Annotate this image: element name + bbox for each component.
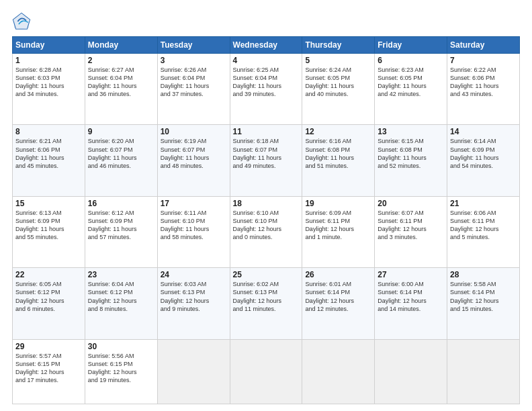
day-info: Sunrise: 6:10 AM Sunset: 6:10 PM Dayligh… (233, 209, 300, 242)
calendar-cell: 10Sunrise: 6:19 AM Sunset: 6:07 PM Dayli… (157, 125, 230, 196)
day-number: 2 (88, 56, 154, 65)
calendar-cell: 17Sunrise: 6:11 AM Sunset: 6:10 PM Dayli… (157, 196, 230, 267)
calendar-cell: 28Sunrise: 5:58 AM Sunset: 6:14 PM Dayli… (447, 268, 520, 339)
day-number: 20 (378, 199, 444, 208)
calendar-cell: 12Sunrise: 6:16 AM Sunset: 6:08 PM Dayli… (302, 125, 375, 196)
day-info: Sunrise: 6:14 AM Sunset: 6:09 PM Dayligh… (450, 137, 517, 170)
day-info: Sunrise: 6:04 AM Sunset: 6:12 PM Dayligh… (88, 280, 154, 313)
day-info: Sunrise: 5:57 AM Sunset: 6:15 PM Dayligh… (15, 352, 82, 385)
week-row-2: 15Sunrise: 6:13 AM Sunset: 6:09 PM Dayli… (13, 196, 520, 267)
logo (12, 12, 34, 31)
calendar-cell (302, 339, 375, 404)
calendar-cell (230, 339, 302, 404)
day-info: Sunrise: 6:11 AM Sunset: 6:10 PM Dayligh… (161, 209, 227, 242)
calendar-cell: 8Sunrise: 6:21 AM Sunset: 6:06 PM Daylig… (13, 125, 85, 196)
day-number: 5 (305, 56, 371, 65)
day-info: Sunrise: 6:13 AM Sunset: 6:09 PM Dayligh… (15, 209, 82, 242)
week-row-4: 29Sunrise: 5:57 AM Sunset: 6:15 PM Dayli… (13, 339, 520, 404)
calendar-cell: 11Sunrise: 6:18 AM Sunset: 6:07 PM Dayli… (230, 125, 302, 196)
day-info: Sunrise: 6:19 AM Sunset: 6:07 PM Dayligh… (161, 137, 227, 170)
week-row-3: 22Sunrise: 6:05 AM Sunset: 6:12 PM Dayli… (13, 268, 520, 339)
calendar-cell: 4Sunrise: 6:25 AM Sunset: 6:04 PM Daylig… (230, 54, 302, 125)
day-info: Sunrise: 6:23 AM Sunset: 6:05 PM Dayligh… (378, 66, 444, 99)
day-info: Sunrise: 6:18 AM Sunset: 6:07 PM Dayligh… (233, 137, 300, 170)
day-number: 10 (161, 127, 227, 136)
day-info: Sunrise: 6:26 AM Sunset: 6:04 PM Dayligh… (161, 66, 227, 99)
day-info: Sunrise: 6:03 AM Sunset: 6:13 PM Dayligh… (161, 280, 227, 313)
week-row-0: 1Sunrise: 6:28 AM Sunset: 6:03 PM Daylig… (13, 54, 520, 125)
calendar-cell: 19Sunrise: 6:09 AM Sunset: 6:11 PM Dayli… (302, 196, 375, 267)
day-number: 3 (161, 56, 227, 65)
day-info: Sunrise: 6:22 AM Sunset: 6:06 PM Dayligh… (450, 66, 517, 99)
week-row-1: 8Sunrise: 6:21 AM Sunset: 6:06 PM Daylig… (13, 125, 520, 196)
weekday-header-sunday: Sunday (13, 37, 85, 54)
calendar-cell: 16Sunrise: 6:12 AM Sunset: 6:09 PM Dayli… (85, 196, 157, 267)
day-number: 9 (88, 127, 154, 136)
day-number: 13 (378, 127, 444, 136)
day-info: Sunrise: 6:07 AM Sunset: 6:11 PM Dayligh… (378, 209, 444, 242)
day-number: 28 (450, 270, 517, 279)
calendar-cell (447, 339, 520, 404)
weekday-header-wednesday: Wednesday (230, 37, 302, 54)
day-info: Sunrise: 6:09 AM Sunset: 6:11 PM Dayligh… (305, 209, 371, 242)
day-number: 15 (15, 199, 82, 208)
day-info: Sunrise: 6:20 AM Sunset: 6:07 PM Dayligh… (88, 137, 154, 170)
calendar-cell: 24Sunrise: 6:03 AM Sunset: 6:13 PM Dayli… (157, 268, 230, 339)
day-number: 30 (88, 342, 154, 351)
calendar-cell: 27Sunrise: 6:00 AM Sunset: 6:14 PM Dayli… (375, 268, 447, 339)
day-number: 7 (450, 56, 517, 65)
day-info: Sunrise: 6:00 AM Sunset: 6:14 PM Dayligh… (378, 280, 444, 313)
calendar-cell: 22Sunrise: 6:05 AM Sunset: 6:12 PM Dayli… (13, 268, 85, 339)
calendar-cell: 2Sunrise: 6:27 AM Sunset: 6:04 PM Daylig… (85, 54, 157, 125)
calendar-cell: 3Sunrise: 6:26 AM Sunset: 6:04 PM Daylig… (157, 54, 230, 125)
calendar-cell: 26Sunrise: 6:01 AM Sunset: 6:14 PM Dayli… (302, 268, 375, 339)
day-info: Sunrise: 6:05 AM Sunset: 6:12 PM Dayligh… (15, 280, 82, 313)
day-number: 27 (378, 270, 444, 279)
calendar-cell: 1Sunrise: 6:28 AM Sunset: 6:03 PM Daylig… (13, 54, 85, 125)
day-info: Sunrise: 6:02 AM Sunset: 6:13 PM Dayligh… (233, 280, 300, 313)
day-info: Sunrise: 6:15 AM Sunset: 6:08 PM Dayligh… (378, 137, 444, 170)
day-number: 14 (450, 127, 517, 136)
day-info: Sunrise: 6:25 AM Sunset: 6:04 PM Dayligh… (233, 66, 300, 99)
calendar-cell: 21Sunrise: 6:06 AM Sunset: 6:11 PM Dayli… (447, 196, 520, 267)
day-number: 18 (233, 199, 300, 208)
day-info: Sunrise: 6:01 AM Sunset: 6:14 PM Dayligh… (305, 280, 371, 313)
calendar-cell: 25Sunrise: 6:02 AM Sunset: 6:13 PM Dayli… (230, 268, 302, 339)
day-number: 24 (161, 270, 227, 279)
day-info: Sunrise: 6:16 AM Sunset: 6:08 PM Dayligh… (305, 137, 371, 170)
calendar-cell: 5Sunrise: 6:24 AM Sunset: 6:05 PM Daylig… (302, 54, 375, 125)
day-number: 4 (233, 56, 300, 65)
day-number: 26 (305, 270, 371, 279)
day-number: 8 (15, 127, 82, 136)
calendar-cell: 18Sunrise: 6:10 AM Sunset: 6:10 PM Dayli… (230, 196, 302, 267)
calendar-cell: 9Sunrise: 6:20 AM Sunset: 6:07 PM Daylig… (85, 125, 157, 196)
day-number: 1 (15, 56, 82, 65)
calendar-cell: 15Sunrise: 6:13 AM Sunset: 6:09 PM Dayli… (13, 196, 85, 267)
calendar-cell: 23Sunrise: 6:04 AM Sunset: 6:12 PM Dayli… (85, 268, 157, 339)
calendar-cell: 14Sunrise: 6:14 AM Sunset: 6:09 PM Dayli… (447, 125, 520, 196)
day-info: Sunrise: 5:58 AM Sunset: 6:14 PM Dayligh… (450, 280, 517, 313)
day-info: Sunrise: 6:27 AM Sunset: 6:04 PM Dayligh… (88, 66, 154, 99)
calendar-cell: 7Sunrise: 6:22 AM Sunset: 6:06 PM Daylig… (447, 54, 520, 125)
header (12, 12, 520, 31)
calendar-cell: 20Sunrise: 6:07 AM Sunset: 6:11 PM Dayli… (375, 196, 447, 267)
weekday-header-monday: Monday (85, 37, 157, 54)
day-number: 23 (88, 270, 154, 279)
day-info: Sunrise: 6:28 AM Sunset: 6:03 PM Dayligh… (15, 66, 82, 99)
day-number: 29 (15, 342, 82, 351)
day-info: Sunrise: 5:56 AM Sunset: 6:15 PM Dayligh… (88, 352, 154, 385)
calendar-cell (157, 339, 230, 404)
day-info: Sunrise: 6:06 AM Sunset: 6:11 PM Dayligh… (450, 209, 517, 242)
day-info: Sunrise: 6:12 AM Sunset: 6:09 PM Dayligh… (88, 209, 154, 242)
day-number: 22 (15, 270, 82, 279)
calendar-cell: 29Sunrise: 5:57 AM Sunset: 6:15 PM Dayli… (13, 339, 85, 404)
day-info: Sunrise: 6:21 AM Sunset: 6:06 PM Dayligh… (15, 137, 82, 170)
weekday-header-thursday: Thursday (302, 37, 375, 54)
day-number: 17 (161, 199, 227, 208)
calendar-table: SundayMondayTuesdayWednesdayThursdayFrid… (12, 36, 520, 404)
weekday-header-tuesday: Tuesday (157, 37, 230, 54)
calendar-cell: 6Sunrise: 6:23 AM Sunset: 6:05 PM Daylig… (375, 54, 447, 125)
calendar-cell: 30Sunrise: 5:56 AM Sunset: 6:15 PM Dayli… (85, 339, 157, 404)
day-number: 19 (305, 199, 371, 208)
day-number: 16 (88, 199, 154, 208)
